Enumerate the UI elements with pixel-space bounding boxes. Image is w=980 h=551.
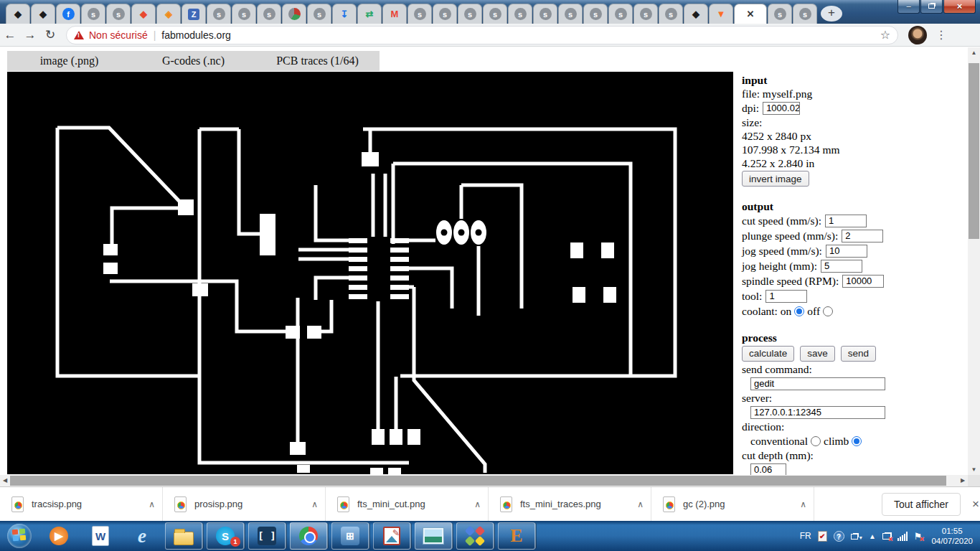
horizontal-scroll-thumb[interactable]: [10, 476, 946, 486]
download-menu-chevron-icon[interactable]: ∧: [311, 499, 318, 509]
show-all-downloads-button[interactable]: Tout afficher: [882, 493, 961, 516]
conventional-radio[interactable]: [811, 436, 821, 446]
spindle-speed-input[interactable]: [842, 275, 884, 288]
browser-tab[interactable]: ⇄: [357, 4, 382, 24]
horizontal-scrollbar[interactable]: ◀ ▶: [0, 475, 968, 486]
browser-tab[interactable]: s: [207, 4, 231, 24]
browser-tab[interactable]: ▼: [709, 4, 733, 24]
browser-tab[interactable]: s: [257, 4, 281, 24]
clock[interactable]: 01:55 04/07/2020: [931, 526, 973, 546]
browser-tab[interactable]: ◆: [31, 4, 55, 24]
scroll-down-arrow[interactable]: ▼: [968, 464, 980, 475]
download-item[interactable]: gc (2).png∧: [651, 487, 814, 522]
browser-tab[interactable]: ◆: [131, 4, 156, 24]
browser-tab[interactable]: f: [56, 4, 80, 24]
taskbar-app-internet-explorer[interactable]: e: [123, 522, 161, 550]
browser-tab[interactable]: s: [558, 4, 583, 24]
reload-button[interactable]: ↻: [40, 27, 60, 42]
coolant-off-radio[interactable]: [823, 306, 833, 316]
send-button[interactable]: send: [841, 346, 876, 362]
scroll-left-arrow[interactable]: ◀: [0, 475, 10, 486]
browser-tab[interactable]: s: [81, 4, 105, 24]
download-menu-chevron-icon[interactable]: ∧: [637, 499, 644, 509]
address-bar[interactable]: Non sécurisé | fabmodules.org ☆: [66, 26, 898, 44]
taskbar-app-control-panel[interactable]: ⊞: [331, 522, 369, 550]
download-item[interactable]: fts_mini_traces.png∧: [489, 487, 651, 522]
download-menu-chevron-icon[interactable]: ∧: [149, 499, 155, 509]
browser-tab[interactable]: s: [407, 4, 432, 24]
browser-tab[interactable]: s: [458, 4, 482, 24]
menu-item-gcodes[interactable]: G-codes (.nc): [131, 51, 255, 71]
climb-radio[interactable]: [852, 436, 862, 446]
coolant-on-radio[interactable]: [794, 306, 804, 316]
menu-item-pcb-traces[interactable]: PCB traces (1/64): [255, 51, 380, 71]
maximize-button[interactable]: [920, 0, 943, 14]
language-indicator[interactable]: FR: [800, 531, 811, 541]
browser-tab[interactable]: M: [382, 4, 407, 24]
language-bar-icon[interactable]: ✔: [818, 530, 827, 542]
plunge-speed-input[interactable]: [842, 230, 883, 242]
scroll-right-arrow[interactable]: ▶: [958, 475, 968, 486]
browser-tab[interactable]: s: [483, 4, 507, 24]
bookmark-star-icon[interactable]: ☆: [880, 28, 890, 42]
taskbar-app-word[interactable]: W: [82, 522, 119, 550]
taskbar-app-skype[interactable]: S1: [207, 522, 244, 550]
browser-tab[interactable]: s: [433, 4, 457, 24]
device-error-icon[interactable]: ×: [882, 531, 891, 542]
server-input[interactable]: [750, 406, 885, 419]
jog-speed-input[interactable]: [826, 245, 867, 258]
show-hidden-icons[interactable]: ▲: [869, 532, 876, 540]
browser-tab[interactable]: s: [793, 4, 817, 24]
dpi-input[interactable]: [763, 102, 800, 115]
browser-tab[interactable]: s: [659, 4, 683, 24]
taskbar-app-autodesk-eagle[interactable]: E: [498, 522, 535, 550]
browser-tab[interactable]: s: [232, 4, 256, 24]
cut-speed-input[interactable]: [825, 215, 867, 227]
download-item[interactable]: tracsisp.png∧: [0, 487, 163, 522]
browser-tab[interactable]: s: [633, 4, 658, 24]
browser-tab[interactable]: ◆: [684, 4, 708, 24]
browser-tab[interactable]: Z: [182, 4, 206, 24]
download-item[interactable]: fts_mini_cut.png∧: [326, 487, 489, 522]
browser-tab[interactable]: s: [608, 4, 633, 24]
browser-tab[interactable]: s: [583, 4, 608, 24]
browser-tab[interactable]: ◆: [6, 4, 30, 24]
close-button[interactable]: ×: [943, 0, 976, 14]
back-button[interactable]: ←: [0, 28, 20, 42]
popup-window-icon[interactable]: ▾: [851, 531, 862, 542]
action-center-flag-icon[interactable]: ⚑×: [914, 531, 923, 542]
start-button[interactable]: [7, 524, 32, 548]
menu-item-image-png[interactable]: image (.png): [7, 51, 131, 71]
jog-height-input[interactable]: [821, 260, 862, 273]
browser-tab[interactable]: [282, 4, 306, 24]
browser-tab[interactable]: ◈: [156, 4, 181, 24]
taskbar-app-chrome[interactable]: [290, 522, 327, 550]
download-item[interactable]: prosisp.png∧: [163, 487, 326, 522]
taskbar-app-photo-viewer[interactable]: [415, 522, 452, 550]
taskbar-app-media-player[interactable]: ▶: [40, 522, 77, 550]
profile-avatar[interactable]: [908, 26, 927, 44]
vertical-scroll-thumb[interactable]: [969, 63, 979, 239]
forward-button[interactable]: →: [20, 28, 40, 42]
downloads-close-icon[interactable]: ×: [972, 497, 979, 512]
new-tab-button[interactable]: +: [821, 6, 842, 22]
send-command-input[interactable]: [750, 377, 885, 390]
browser-tab[interactable]: s: [307, 4, 331, 24]
download-menu-chevron-icon[interactable]: ∧: [800, 499, 806, 509]
browser-tab-active[interactable]: ✕: [734, 4, 767, 24]
taskbar-app-photo-app[interactable]: [456, 522, 494, 550]
vertical-scrollbar[interactable]: ▲ ▼: [968, 47, 980, 475]
taskbar-app-code-editor[interactable]: [ ]: [248, 522, 286, 550]
scroll-up-arrow[interactable]: ▲: [968, 47, 980, 58]
download-menu-chevron-icon[interactable]: ∧: [474, 499, 481, 509]
help-icon[interactable]: ?: [834, 531, 844, 542]
browser-tab[interactable]: s: [768, 4, 792, 24]
save-button[interactable]: save: [800, 346, 835, 362]
minimize-button[interactable]: –: [897, 0, 920, 14]
taskbar-app-picture-manager[interactable]: [373, 522, 410, 550]
invert-image-button[interactable]: invert image: [742, 171, 809, 187]
cut-depth-input[interactable]: [750, 463, 786, 476]
taskbar-app-file-explorer[interactable]: [165, 522, 202, 550]
browser-tab[interactable]: ↧: [332, 4, 357, 24]
tool-input[interactable]: [765, 290, 807, 303]
